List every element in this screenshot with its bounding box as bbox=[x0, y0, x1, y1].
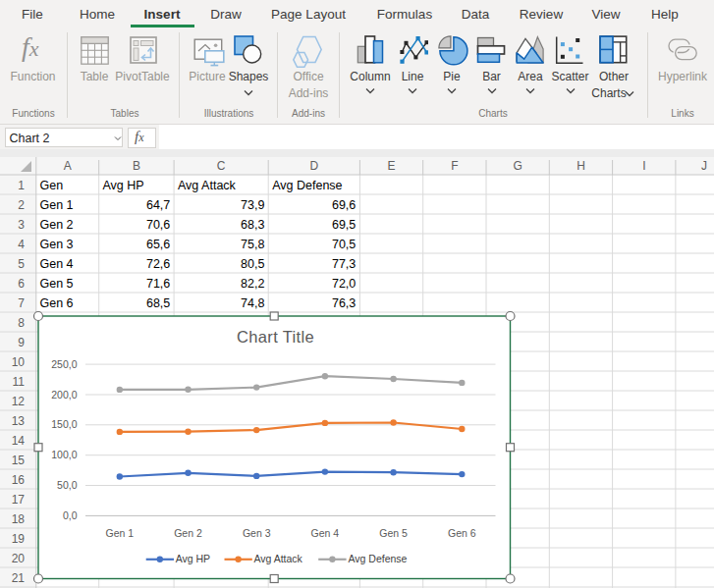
svg-text:2: 2 bbox=[18, 198, 25, 212]
svg-text:A: A bbox=[64, 159, 72, 173]
svg-text:Gen: Gen bbox=[40, 179, 64, 192]
svg-text:50,0: 50,0 bbox=[57, 479, 78, 491]
svg-text:G: G bbox=[514, 159, 522, 173]
svg-text:7: 7 bbox=[18, 296, 25, 310]
svg-text:82,2: 82,2 bbox=[241, 277, 264, 291]
svg-text:72,0: 72,0 bbox=[332, 277, 356, 291]
svg-text:J: J bbox=[701, 159, 707, 173]
svg-text:E: E bbox=[388, 159, 396, 173]
svg-text:72,6: 72,6 bbox=[146, 257, 170, 271]
svg-text:Gen 5: Gen 5 bbox=[40, 277, 74, 291]
svg-text:F: F bbox=[451, 159, 458, 173]
svg-text:Gen 4: Gen 4 bbox=[311, 527, 340, 539]
svg-text:B: B bbox=[133, 159, 140, 173]
svg-text:100,0: 100,0 bbox=[51, 449, 77, 460]
svg-text:75,8: 75,8 bbox=[241, 238, 264, 251]
svg-text:Gen 3: Gen 3 bbox=[40, 238, 74, 251]
svg-text:C: C bbox=[217, 159, 226, 173]
svg-text:64,7: 64,7 bbox=[146, 198, 170, 212]
svg-text:Gen 2: Gen 2 bbox=[174, 527, 202, 539]
svg-text:Chart Title: Chart Title bbox=[237, 328, 314, 346]
svg-text:3: 3 bbox=[18, 218, 25, 232]
svg-text:Gen 3: Gen 3 bbox=[243, 527, 271, 539]
svg-text:17: 17 bbox=[12, 493, 26, 507]
svg-text:Gen 2: Gen 2 bbox=[40, 218, 74, 232]
svg-text:77,3: 77,3 bbox=[332, 257, 356, 271]
svg-text:250,0: 250,0 bbox=[51, 358, 77, 370]
svg-text:Avg Attack: Avg Attack bbox=[178, 179, 237, 192]
svg-text:4: 4 bbox=[18, 238, 25, 251]
svg-text:18: 18 bbox=[12, 512, 26, 526]
svg-text:Gen 6: Gen 6 bbox=[448, 527, 476, 539]
svg-text:71,6: 71,6 bbox=[146, 277, 170, 291]
svg-text:20: 20 bbox=[12, 552, 26, 565]
svg-text:Avg HP: Avg HP bbox=[103, 179, 144, 192]
svg-text:11: 11 bbox=[13, 375, 26, 389]
svg-text:80,5: 80,5 bbox=[241, 257, 264, 271]
svg-text:Avg Defense: Avg Defense bbox=[272, 179, 342, 192]
svg-text:14: 14 bbox=[12, 434, 26, 448]
svg-text:73,9: 73,9 bbox=[241, 198, 264, 212]
svg-text:69,6: 69,6 bbox=[332, 198, 356, 212]
svg-text:Avg HP: Avg HP bbox=[176, 553, 210, 564]
svg-text:Gen 1: Gen 1 bbox=[105, 527, 134, 539]
svg-text:69,5: 69,5 bbox=[332, 218, 356, 232]
svg-text:16: 16 bbox=[12, 473, 26, 487]
svg-text:200,0: 200,0 bbox=[51, 389, 77, 401]
svg-text:1: 1 bbox=[18, 179, 25, 192]
svg-text:68,3: 68,3 bbox=[241, 218, 264, 232]
svg-text:I: I bbox=[642, 159, 645, 173]
svg-text:150,0: 150,0 bbox=[51, 418, 77, 430]
svg-text:Avg Attack: Avg Attack bbox=[253, 553, 302, 564]
svg-text:13: 13 bbox=[12, 414, 26, 428]
svg-text:6: 6 bbox=[18, 277, 25, 291]
svg-text:Avg Defense: Avg Defense bbox=[349, 553, 408, 564]
svg-text:D: D bbox=[309, 159, 318, 173]
svg-text:70,6: 70,6 bbox=[146, 218, 170, 232]
svg-text:12: 12 bbox=[12, 395, 26, 408]
svg-text:8: 8 bbox=[18, 316, 25, 330]
svg-text:Gen 5: Gen 5 bbox=[379, 527, 408, 539]
svg-text:65,6: 65,6 bbox=[146, 238, 170, 251]
svg-text:H: H bbox=[577, 159, 585, 173]
svg-text:21: 21 bbox=[12, 571, 26, 585]
svg-text:15: 15 bbox=[12, 454, 26, 467]
svg-text:70,5: 70,5 bbox=[332, 238, 356, 251]
svg-text:10: 10 bbox=[12, 355, 26, 369]
svg-text:5: 5 bbox=[18, 257, 25, 271]
svg-text:Gen 1: Gen 1 bbox=[40, 198, 74, 212]
svg-text:Gen 4: Gen 4 bbox=[40, 257, 74, 271]
svg-text:0,0: 0,0 bbox=[63, 509, 78, 521]
svg-text:9: 9 bbox=[18, 336, 25, 349]
svg-text:19: 19 bbox=[12, 532, 26, 546]
